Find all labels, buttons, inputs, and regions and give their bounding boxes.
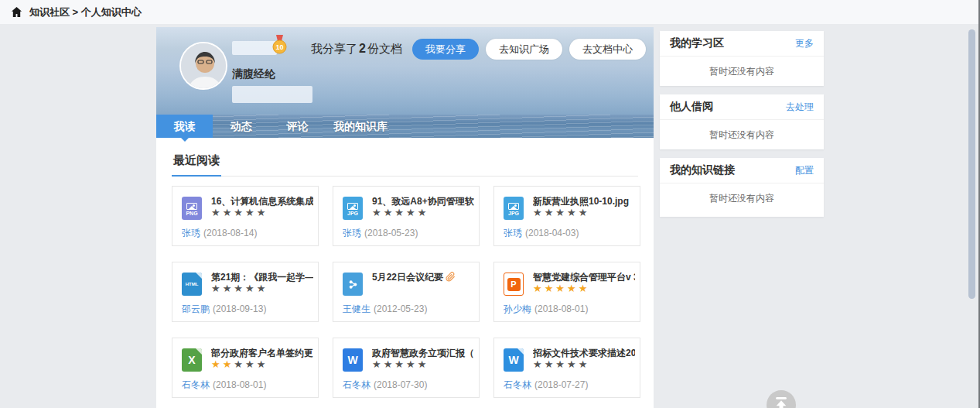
- doc-card[interactable]: HTML第21期：《跟我一起学—…★★★★★邵云鹏(2018-09-13): [172, 262, 319, 322]
- svg-text:10: 10: [275, 43, 283, 51]
- doc-title-text: 5月22日会议纪要: [372, 271, 443, 284]
- star-empty-icon: ★: [418, 358, 429, 370]
- file-icon-w: W: [504, 348, 524, 372]
- star-filled-icon: ★: [211, 358, 223, 370]
- rating-stars: ★★★★★: [372, 207, 429, 219]
- tab-3[interactable]: 我的知识库: [326, 115, 395, 138]
- rating-stars: ★★★★★: [372, 358, 429, 371]
- doc-center-button[interactable]: 去文档中心: [569, 39, 646, 60]
- attachment-paperclip-icon: [446, 272, 456, 284]
- tab-1[interactable]: 动态: [213, 115, 269, 138]
- file-icon-png: PNG: [182, 197, 202, 220]
- doc-card[interactable]: JPG91、致远A8+协同管理软…★★★★★张琇(2018-05-23): [333, 186, 480, 246]
- author-link[interactable]: 石冬林: [504, 379, 531, 390]
- arrow-up-to-top-icon: [773, 396, 790, 408]
- star-empty-icon: ★: [211, 283, 223, 294]
- breadcrumb: 知识社区 > 个人知识中心: [29, 5, 142, 19]
- profile-tabs: 我读动态评论我的知识库: [156, 115, 395, 138]
- panel-header: 他人借阅去处理: [660, 94, 824, 120]
- panel-title: 我的学习区: [670, 36, 724, 50]
- star-filled-icon: ★: [545, 283, 556, 294]
- author-line: 石冬林(2018-07-27): [504, 379, 588, 392]
- file-icon-jpg: JPG: [504, 197, 524, 220]
- file-letter: X: [188, 354, 195, 366]
- star-empty-icon: ★: [545, 207, 556, 218]
- doc-date: (2018-04-03): [525, 228, 579, 238]
- personal-knowledge-center-page: 知识社区 > 个人知识中心 10 满腹经纶 我分享了2份文档: [0, 0, 980, 408]
- star-empty-icon: ★: [555, 207, 567, 218]
- main-content: 最近阅读 PNG16、计算机信息系统集成…★★★★★张琇(2018-08-14)…: [156, 138, 654, 408]
- author-line: 孙少梅(2018-08-01): [504, 303, 588, 316]
- recent-cards-grid: PNG16、计算机信息系统集成…★★★★★张琇(2018-08-14)JPG91…: [172, 186, 640, 398]
- author-link[interactable]: 王健生: [343, 303, 370, 314]
- author-line: 张琇(2018-05-23): [343, 227, 418, 240]
- author-link[interactable]: 孙少梅: [504, 303, 531, 314]
- panel-empty-state: 暂时还没有内容: [660, 183, 824, 205]
- star-empty-icon: ★: [579, 358, 590, 370]
- file-letter: W: [508, 354, 518, 366]
- doc-card[interactable]: W政府智慧政务立项汇报（…★★★★★石冬林(2018-07-30): [333, 338, 480, 398]
- panel-header: 我的学习区更多: [660, 31, 824, 57]
- rating-stars: ★★★★★: [211, 283, 268, 295]
- file-icon-p: P: [504, 273, 524, 296]
- doc-card[interactable]: 5月22日会议纪要王健生(2012-05-23): [333, 262, 480, 322]
- panel-action-link[interactable]: 配置: [795, 164, 814, 177]
- doc-date: (2018-08-01): [534, 303, 588, 314]
- author-link[interactable]: 邵云鹏: [182, 303, 210, 314]
- panel-empty-state: 暂时还没有内容: [660, 120, 824, 142]
- panel-action-link[interactable]: 更多: [795, 37, 814, 50]
- doc-card[interactable]: JPG新版营业执照10-10.jpg★★★★★张琇(2018-04-03): [493, 186, 640, 246]
- star-empty-icon: ★: [533, 207, 545, 218]
- author-link[interactable]: 石冬林: [343, 379, 370, 390]
- doc-card[interactable]: X部分政府客户名单签约更…★★★★★石冬林(2018-08-01): [172, 338, 319, 398]
- author-line: 石冬林(2018-07-30): [343, 379, 427, 392]
- doc-card[interactable]: W招标文件技术要求描述20…★★★★★石冬林(2018-07-27): [493, 338, 640, 398]
- doc-card[interactable]: PNG16、计算机信息系统集成…★★★★★张琇(2018-08-14): [172, 186, 319, 246]
- share-button[interactable]: 我要分享: [412, 39, 479, 60]
- back-to-top-button[interactable]: [767, 390, 796, 408]
- rating-stars: ★★★★★: [211, 358, 268, 371]
- rating-stars: ★★★★★: [533, 358, 589, 371]
- tab-2[interactable]: 评论: [269, 115, 326, 138]
- rating-stars: ★★★★★: [533, 207, 589, 219]
- star-empty-icon: ★: [223, 207, 234, 218]
- star-filled-icon: ★: [223, 358, 234, 370]
- star-filled-icon: ★: [533, 283, 545, 294]
- doc-date: (2018-09-13): [213, 303, 266, 314]
- author-link[interactable]: 张琇: [504, 228, 522, 238]
- scrollbar-thumb[interactable]: [968, 29, 975, 299]
- sidebar-panel-2: 我的知识链接配置暂时还没有内容: [660, 158, 824, 217]
- file-icon-html: HTML: [182, 273, 202, 296]
- author-link[interactable]: 石冬林: [182, 379, 210, 390]
- file-letter: P: [507, 278, 521, 291]
- home-icon[interactable]: [11, 6, 22, 18]
- rating-stars: ★★★★★: [533, 283, 589, 295]
- doc-date: (2018-08-14): [203, 228, 257, 238]
- redacted-info-block: [232, 41, 277, 55]
- star-empty-icon: ★: [245, 207, 257, 218]
- empty-text: 暂时还没有内容: [709, 193, 774, 204]
- breadcrumb-bar: 知识社区 > 个人知识中心: [0, 0, 980, 24]
- star-empty-icon: ★: [533, 358, 545, 370]
- star-empty-icon: ★: [234, 207, 245, 218]
- star-empty-icon: ★: [257, 358, 268, 370]
- redacted-info-block: [232, 86, 312, 103]
- doc-card[interactable]: P智慧党建综合管理平台v 3…★★★★★孙少梅(2018-08-01): [493, 262, 640, 322]
- star-empty-icon: ★: [394, 207, 406, 218]
- share-summary: 我分享了2份文档: [311, 42, 402, 57]
- share-glyph-icon: [347, 279, 359, 290]
- star-empty-icon: ★: [234, 283, 245, 294]
- tab-0[interactable]: 我读: [156, 115, 213, 138]
- star-empty-icon: ★: [394, 358, 406, 370]
- author-link[interactable]: 张琇: [182, 228, 200, 238]
- file-icon-x: X: [182, 348, 202, 372]
- section-title: 最近阅读: [172, 153, 221, 177]
- avatar[interactable]: [179, 42, 227, 90]
- star-filled-icon: ★: [579, 283, 590, 294]
- share-count: 2: [357, 42, 367, 55]
- knowledge-plaza-button[interactable]: 去知识广场: [486, 39, 562, 60]
- author-link[interactable]: 张琇: [343, 228, 361, 238]
- panel-empty-state: 暂时还没有内容: [660, 57, 824, 78]
- panel-action-link[interactable]: 去处理: [786, 101, 814, 114]
- star-empty-icon: ★: [234, 358, 245, 370]
